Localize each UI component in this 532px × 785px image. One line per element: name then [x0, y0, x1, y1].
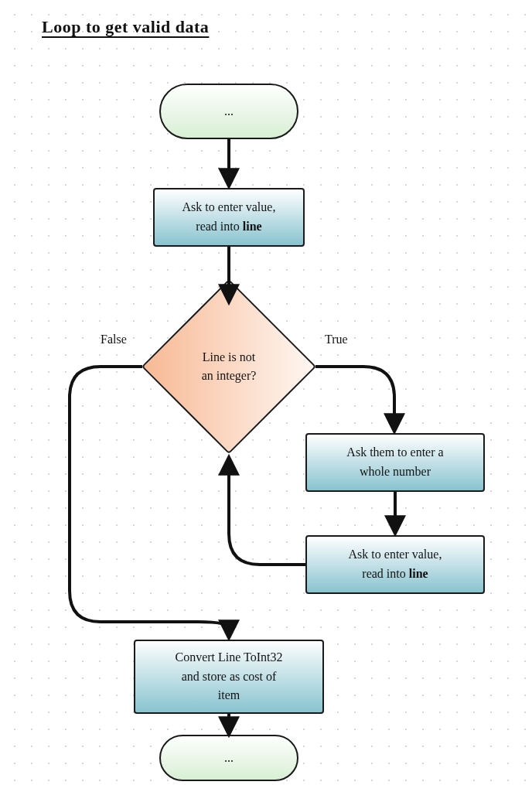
- process-convert: Convert Line ToInt32 and store as cost o…: [134, 640, 324, 714]
- terminator-end-text: ...: [224, 749, 234, 768]
- ask2-line1: Ask to enter value,: [349, 545, 442, 565]
- askwhole-line1: Ask them to enter a: [346, 443, 443, 462]
- process-ask-whole-number: Ask them to enter a whole number: [305, 433, 485, 492]
- decision-line2: an integer?: [202, 367, 257, 385]
- askwhole-line2: whole number: [346, 462, 443, 482]
- terminator-end: ...: [159, 735, 298, 781]
- convert-line2: and store as cost of: [175, 667, 282, 687]
- edge-label-true: True: [325, 333, 348, 346]
- ask1-line2: read into line: [182, 217, 276, 237]
- convert-line3: item: [175, 686, 282, 705]
- convert-line1: Convert Line ToInt32: [175, 648, 282, 667]
- terminator-start: ...: [159, 84, 298, 139]
- process-ask-value-1: Ask to enter value, read into line: [153, 188, 305, 247]
- ask2-line2: read into line: [349, 565, 442, 584]
- ask1-line1: Ask to enter value,: [182, 198, 276, 217]
- terminator-start-text: ...: [224, 102, 234, 121]
- decision-line1: Line is not: [202, 348, 257, 367]
- diagram-title: Loop to get valid data: [42, 17, 209, 37]
- decision-line-not-integer: Line is not an integer?: [167, 305, 291, 428]
- process-ask-value-2: Ask to enter value, read into line: [305, 535, 485, 594]
- edge-label-false: False: [101, 333, 127, 346]
